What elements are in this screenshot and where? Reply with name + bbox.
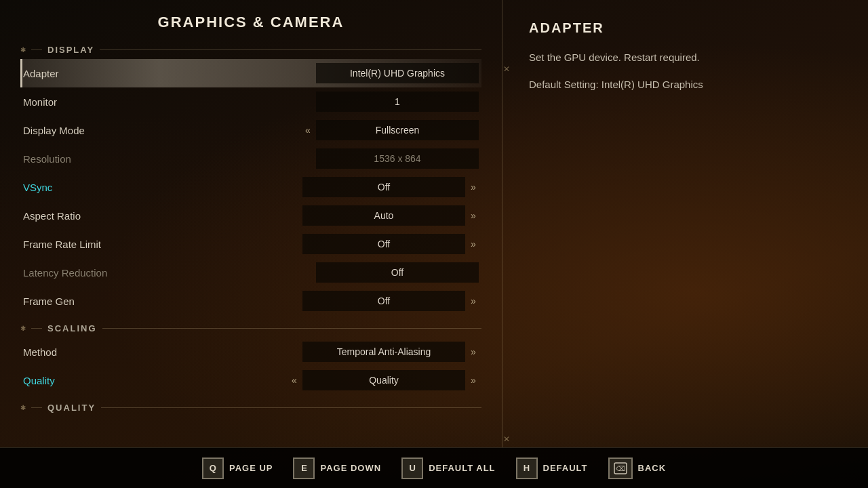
scaling-line-left	[31, 328, 42, 329]
quality-section-header: ✱ QUALITY	[20, 403, 481, 413]
quality-line-left	[31, 407, 42, 408]
frame-rate-limit-arrow-right[interactable]: »	[468, 239, 479, 249]
frame-rate-limit-row[interactable]: Frame Rate Limit Off »	[20, 230, 481, 258]
default-label: DEFAULT	[543, 463, 588, 473]
aspect-ratio-label: Aspect Ratio	[23, 210, 302, 222]
frame-gen-row[interactable]: Frame Gen Off »	[20, 287, 481, 315]
scroll-top-indicator: ✕	[503, 64, 861, 74]
default-action[interactable]: H DEFAULT	[516, 458, 588, 479]
page-title: GRAPHICS & CAMERA	[20, 14, 481, 31]
latency-reduction-label: Latency Reduction	[23, 267, 316, 279]
method-value-container: Temporal Anti-Aliasing »	[302, 342, 479, 362]
adapter-value-container: Intel(R) UHD Graphics	[316, 63, 479, 83]
default-all-key: U	[401, 458, 423, 479]
display-mode-arrow-left[interactable]: «	[302, 125, 313, 136]
resolution-row: Resolution 1536 x 864	[20, 144, 481, 173]
vsync-value-container: Off »	[302, 177, 479, 197]
adapter-label: Adapter	[23, 68, 316, 79]
panel-divider	[502, 0, 502, 447]
display-mode-row[interactable]: Display Mode « Fullscreen	[20, 116, 481, 144]
back-action[interactable]: ⌫ BACK	[608, 458, 667, 479]
quality-row[interactable]: Quality « Quality »	[20, 366, 481, 394]
adapter-row[interactable]: Adapter Intel(R) UHD Graphics	[20, 59, 481, 87]
frame-gen-value: Off	[302, 291, 465, 311]
scaling-section-header: ✱ SCALING	[20, 323, 481, 333]
vsync-row[interactable]: VSync Off »	[20, 173, 481, 201]
resolution-value: 1536 x 864	[316, 148, 479, 169]
svg-text:⌫: ⌫	[616, 465, 625, 472]
scaling-settings-list: Method Temporal Anti-Aliasing » Quality …	[20, 338, 481, 394]
method-row[interactable]: Method Temporal Anti-Aliasing »	[20, 338, 481, 366]
page-up-action[interactable]: Q PAGE UP	[202, 458, 273, 479]
quality-value-container: « Quality »	[289, 370, 479, 390]
scaling-label: SCALING	[47, 323, 97, 333]
display-line-right	[100, 49, 481, 50]
monitor-value: 1	[316, 92, 479, 112]
quality-line-right	[101, 407, 481, 408]
scaling-star: ✱	[20, 325, 26, 332]
monitor-row[interactable]: Monitor 1	[20, 87, 481, 116]
display-mode-value: Fullscreen	[316, 120, 479, 140]
resolution-value-container: 1536 x 864	[316, 148, 479, 169]
monitor-value-container: 1	[316, 92, 479, 112]
frame-gen-arrow-right[interactable]: »	[468, 296, 479, 306]
page-up-key: Q	[202, 458, 224, 479]
adapter-value: Intel(R) UHD Graphics	[316, 63, 479, 83]
right-panel-default: Default Setting: Intel(R) UHD Graphics	[529, 77, 841, 93]
quality-value: Quality	[302, 370, 465, 390]
method-label: Method	[23, 346, 302, 358]
quality-arrow-left[interactable]: «	[289, 375, 300, 386]
aspect-ratio-value: Auto	[302, 205, 465, 226]
aspect-ratio-row[interactable]: Aspect Ratio Auto »	[20, 201, 481, 230]
quality-star: ✱	[20, 404, 26, 411]
monitor-label: Monitor	[23, 96, 316, 108]
default-key: H	[516, 458, 538, 479]
frame-gen-label: Frame Gen	[23, 296, 302, 307]
page-down-action[interactable]: E PAGE DOWN	[293, 458, 381, 479]
default-all-label: DEFAULT ALL	[429, 463, 495, 473]
display-star: ✱	[20, 46, 26, 54]
latency-reduction-value-container: Off	[316, 262, 479, 283]
display-settings-list: Adapter Intel(R) UHD Graphics Monitor 1 …	[20, 59, 481, 315]
right-panel: ADAPTER Set the GPU device. Restart requ…	[529, 20, 841, 93]
display-label: DISPLAY	[47, 45, 94, 55]
method-value: Temporal Anti-Aliasing	[302, 342, 465, 362]
quality-arrow-right[interactable]: »	[468, 375, 479, 386]
quality-label: Quality	[23, 375, 289, 386]
display-line-left	[31, 49, 42, 50]
display-mode-value-container: « Fullscreen	[302, 120, 479, 140]
left-panel: GRAPHICS & CAMERA ✱ DISPLAY Adapter Inte…	[0, 0, 502, 447]
frame-gen-value-container: Off »	[302, 291, 479, 311]
page-up-label: PAGE UP	[229, 463, 273, 473]
quality-section-label: QUALITY	[47, 403, 96, 413]
right-panel-title: ADAPTER	[529, 20, 841, 36]
bottom-bar: Q PAGE UP E PAGE DOWN U DEFAULT ALL H DE…	[0, 447, 868, 488]
display-mode-label: Display Mode	[23, 125, 302, 136]
vsync-value: Off	[302, 177, 465, 197]
vsync-label: VSync	[23, 182, 302, 193]
page-down-key: E	[293, 458, 315, 479]
back-label: BACK	[638, 463, 667, 473]
frame-rate-limit-value: Off	[302, 234, 465, 254]
page-down-label: PAGE DOWN	[320, 463, 381, 473]
latency-reduction-row: Latency Reduction Off	[20, 258, 481, 287]
right-panel-description: Set the GPU device. Restart required.	[529, 49, 841, 66]
vsync-arrow-right[interactable]: »	[468, 182, 479, 192]
frame-rate-limit-label: Frame Rate Limit	[23, 239, 302, 250]
display-section-header: ✱ DISPLAY	[20, 45, 481, 55]
frame-rate-limit-value-container: Off »	[302, 234, 479, 254]
resolution-label: Resolution	[23, 153, 316, 165]
aspect-ratio-value-container: Auto »	[302, 205, 479, 226]
latency-reduction-value: Off	[316, 262, 479, 283]
back-key-icon: ⌫	[608, 458, 633, 479]
scaling-line-right	[102, 328, 482, 329]
scroll-bottom-indicator: ✕	[503, 434, 861, 444]
default-all-action[interactable]: U DEFAULT ALL	[401, 458, 495, 479]
method-arrow-right[interactable]: »	[468, 346, 479, 357]
aspect-ratio-arrow-right[interactable]: »	[468, 210, 479, 221]
